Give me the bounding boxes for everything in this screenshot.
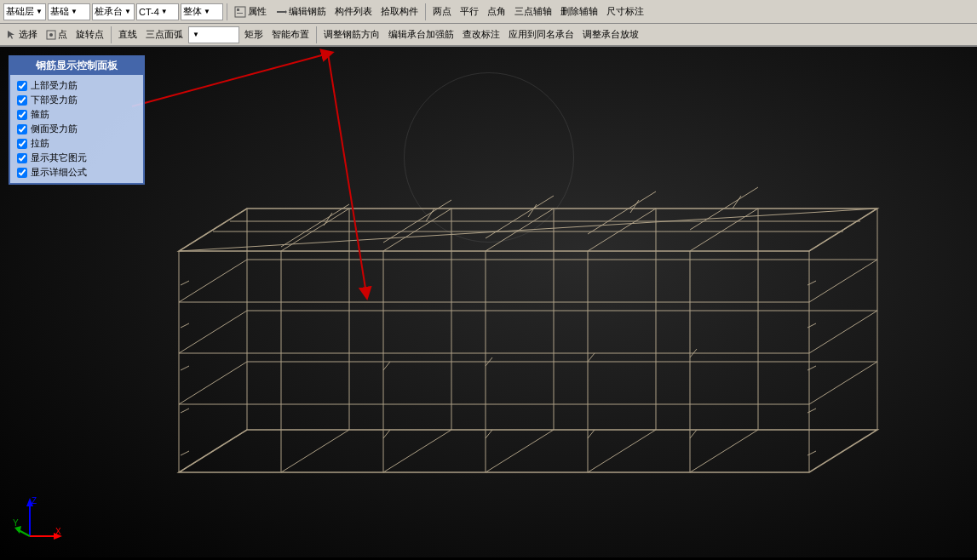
svg-rect-1: [237, 9, 239, 11]
svg-line-39: [809, 260, 877, 302]
svg-line-20: [281, 204, 349, 247]
svg-line-83: [690, 430, 697, 438]
svg-line-52: [179, 209, 877, 251]
main-canvas[interactable]: 钢筋显示控制面板 上部受力筋 下部受力筋 箍筋 侧面受力筋 拉筋 显示其它图元 …: [0, 47, 977, 557]
checkbox-side-rebar[interactable]: [17, 124, 27, 134]
shape-dropdown[interactable]: ▼: [188, 26, 239, 43]
smart-layout-button[interactable]: 智能布置: [268, 26, 313, 44]
svg-rect-2: [237, 13, 243, 14]
svg-marker-4: [285, 10, 287, 14]
edit-rebar-button[interactable]: 编辑钢筋: [272, 3, 330, 21]
svg-line-37: [179, 311, 247, 353]
delete-aux-button[interactable]: 删除辅轴: [557, 3, 601, 21]
svg-text:Y: Y: [13, 518, 19, 528]
svg-line-26: [383, 430, 451, 472]
svg-line-56: [588, 209, 656, 251]
dimension-button[interactable]: 尺寸标注: [603, 3, 647, 21]
svg-line-58: [809, 209, 877, 251]
toolbar-row1: 基础层 ▼ 基础 ▼ 桩承台 ▼ CT-4 ▼ 整体 ▼ 属性 编辑钢筋 构件: [0, 0, 977, 24]
select-icon: [7, 30, 17, 40]
three-point-arc-button[interactable]: 三点面弧: [142, 26, 187, 44]
svg-line-82: [588, 430, 595, 438]
svg-line-40: [809, 311, 877, 353]
point-button[interactable]: 点: [43, 26, 71, 44]
check-annotation-button[interactable]: 查改标注: [459, 26, 503, 44]
checkbox-stirrup[interactable]: [17, 110, 27, 120]
svg-marker-5: [8, 31, 14, 39]
panel-item-4[interactable]: 拉筋: [17, 136, 136, 151]
sep4: [316, 26, 317, 43]
panel-item-5[interactable]: 显示其它图元: [17, 151, 136, 165]
panel-item-3[interactable]: 侧面受力筋: [17, 122, 136, 136]
checkbox-lower-rebar[interactable]: [17, 95, 27, 106]
svg-line-38: [179, 362, 247, 404]
svg-line-76: [383, 362, 390, 370]
component-list-button[interactable]: 构件列表: [331, 3, 376, 21]
svg-line-55: [486, 209, 554, 251]
svg-line-80: [383, 430, 390, 438]
checkbox-show-formula[interactable]: [17, 168, 27, 178]
overall-dropdown[interactable]: 整体 ▼: [181, 3, 223, 20]
edit-cap-rebar-button[interactable]: 编辑承台加强筋: [385, 26, 457, 44]
svg-line-27: [486, 430, 554, 472]
edit-rebar-icon: [275, 6, 287, 18]
svg-marker-12: [179, 430, 877, 472]
svg-line-29: [690, 430, 758, 472]
rotate-point-button[interactable]: 旋转点: [72, 26, 107, 44]
point-angle-button[interactable]: 点角: [484, 3, 509, 21]
svg-line-66: [181, 281, 189, 285]
svg-line-41: [809, 362, 877, 404]
sep2: [425, 3, 426, 20]
svg-line-78: [588, 353, 595, 362]
line-button[interactable]: 直线: [115, 26, 141, 44]
svg-line-57: [690, 209, 758, 251]
checkbox-tie-rebar[interactable]: [17, 139, 27, 149]
properties-icon: [234, 6, 246, 18]
svg-line-23: [588, 191, 656, 234]
three-point-aux-button[interactable]: 三点辅轴: [511, 3, 555, 21]
apply-same-cap-button[interactable]: 应用到同名承台: [505, 26, 578, 44]
coord-axis: Z X Y: [13, 494, 64, 545]
svg-text:X: X: [55, 527, 61, 536]
sep3: [111, 26, 112, 43]
select-button[interactable]: 选择: [3, 26, 41, 44]
svg-line-25: [281, 430, 349, 472]
ct4-dropdown[interactable]: CT-4 ▼: [136, 3, 179, 20]
svg-line-69: [181, 409, 189, 413]
layer-dropdown[interactable]: 基础层 ▼: [3, 3, 46, 20]
svg-line-70: [181, 451, 189, 455]
panel-item-0[interactable]: 上部受力筋: [17, 78, 136, 93]
sep1: [227, 3, 227, 20]
svg-line-54: [383, 209, 451, 251]
svg-line-28: [588, 430, 656, 472]
two-point-button[interactable]: 两点: [429, 3, 455, 21]
checkbox-show-elements[interactable]: [17, 153, 27, 163]
pile-cap-dropdown[interactable]: 桩承台 ▼: [92, 3, 135, 20]
svg-line-68: [181, 366, 189, 370]
parallel-button[interactable]: 平行: [457, 3, 482, 21]
svg-text:Z: Z: [32, 496, 37, 506]
adjust-slope-button[interactable]: 调整承台放坡: [579, 26, 642, 44]
svg-line-53: [281, 209, 349, 251]
svg-point-7: [49, 33, 53, 37]
toolbar-row2: 选择 点 旋转点 直线 三点面弧 ▼ 矩形 智能布置 调整钢筋方向 编辑承台加: [0, 24, 977, 46]
control-panel: 钢筋显示控制面板 上部受力筋 下部受力筋 箍筋 侧面受力筋 拉筋 显示其它图元 …: [9, 55, 145, 185]
svg-line-18: [179, 209, 247, 251]
wireframe-3d: [111, 115, 920, 532]
foundation-dropdown[interactable]: 基础 ▼: [48, 3, 90, 20]
svg-line-67: [181, 323, 189, 328]
pick-component-button[interactable]: 拾取构件: [377, 3, 422, 21]
rectangle-button[interactable]: 矩形: [241, 26, 267, 44]
panel-item-1[interactable]: 下部受力筋: [17, 93, 136, 107]
svg-line-81: [486, 430, 492, 438]
panel-item-2[interactable]: 箍筋: [17, 107, 136, 122]
properties-button[interactable]: 属性: [231, 3, 270, 21]
panel-item-6[interactable]: 显示详细公式: [17, 165, 136, 180]
checkbox-upper-rebar[interactable]: [17, 81, 27, 91]
svg-rect-0: [235, 7, 245, 17]
adjust-rebar-dir-button[interactable]: 调整钢筋方向: [320, 26, 383, 44]
point-icon: [46, 30, 56, 40]
control-panel-title: 钢筋显示控制面板: [10, 57, 143, 75]
